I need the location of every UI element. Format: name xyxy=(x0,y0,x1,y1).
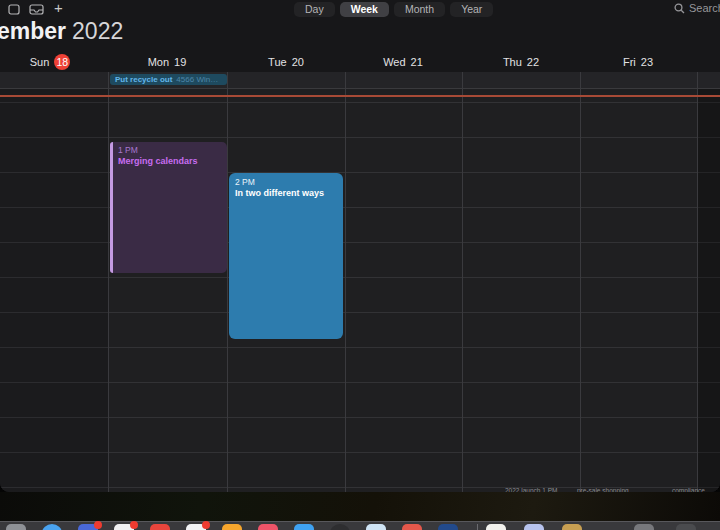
dock-app-icon[interactable] xyxy=(562,524,582,530)
event-time: 2 PM xyxy=(235,177,337,188)
page-title: ember2022 xyxy=(0,18,123,52)
dock-app-icon[interactable] xyxy=(634,524,654,530)
view-switcher: Day Week Month Year xyxy=(294,2,493,17)
add-event-button[interactable]: + xyxy=(54,0,63,17)
calendar-list-icon[interactable] xyxy=(8,4,20,15)
dock-app-icon[interactable] xyxy=(294,524,314,530)
week-day-header: Sun 18 Mon 19 Tue 20 Wed 21 Thu 22 Fri 2… xyxy=(0,52,720,72)
day-name: Sun xyxy=(30,56,50,68)
day-header-wed: Wed 21 xyxy=(343,52,463,72)
dock xyxy=(0,521,720,530)
grid-vline xyxy=(580,72,581,492)
inbox-tray-icon[interactable] xyxy=(29,4,44,15)
notification-badge xyxy=(94,521,102,529)
dock-app-icon[interactable] xyxy=(524,524,544,530)
event-location: 4566 Win… xyxy=(176,75,218,84)
dock-app-icon[interactable] xyxy=(402,524,422,530)
search-field[interactable]: Search xyxy=(674,2,720,14)
title-year: 2022 xyxy=(72,18,123,44)
dock-app-icon[interactable] xyxy=(486,524,506,530)
macos-desktop: + Day Week Month Year Search ember2022 xyxy=(0,0,720,530)
desktop-wallpaper xyxy=(0,492,720,521)
weekend-column-shade xyxy=(698,72,720,492)
tab-month[interactable]: Month xyxy=(394,2,445,17)
day-number: 20 xyxy=(292,56,304,68)
day-number: 19 xyxy=(174,56,186,68)
day-name: Wed xyxy=(383,56,405,68)
day-header-fri: Fri 23 xyxy=(578,52,698,72)
day-name: Tue xyxy=(268,56,287,68)
grid-vline xyxy=(108,72,109,492)
notification-badge xyxy=(130,521,138,529)
search-icon xyxy=(674,3,685,14)
calendar-toolbar: + Day Week Month Year Search xyxy=(0,0,720,18)
event-title: Put recycle out xyxy=(115,75,172,84)
grid-vline xyxy=(462,72,463,492)
current-time-line xyxy=(0,95,720,97)
event-merging-calendars[interactable]: 1 PM Merging calendars xyxy=(110,142,227,273)
dock-app-icon[interactable] xyxy=(438,524,458,530)
day-header-mon: Mon 19 xyxy=(107,52,227,72)
notification-badge xyxy=(202,521,210,529)
dock-app-icon[interactable] xyxy=(330,524,350,530)
dock-app-icon[interactable] xyxy=(150,524,170,530)
tab-week[interactable]: Week xyxy=(340,2,389,17)
event-title: In two different ways xyxy=(235,188,337,199)
dock-app-icon[interactable] xyxy=(258,524,278,530)
dock-app-icon[interactable] xyxy=(6,524,26,530)
day-name: Mon xyxy=(148,56,169,68)
calendar-window: + Day Week Month Year Search ember2022 xyxy=(0,0,720,492)
title-month: ember xyxy=(0,18,66,44)
event-time: 1 PM xyxy=(118,145,222,156)
dock-app-icon[interactable] xyxy=(42,524,62,530)
dock-app-icon[interactable] xyxy=(366,524,386,530)
today-badge: 18 xyxy=(54,54,70,70)
day-header-sun: Sun 18 xyxy=(0,52,110,72)
day-number: 21 xyxy=(411,56,423,68)
dock-divider xyxy=(477,524,478,530)
day-name: Fri xyxy=(623,56,636,68)
dock-app-icon[interactable] xyxy=(114,524,134,530)
grid-vline xyxy=(345,72,346,492)
clipped-event-label[interactable]: compliance xyxy=(672,487,705,492)
dock-app-icon[interactable] xyxy=(222,524,242,530)
grid-vline xyxy=(227,72,228,492)
weekend-column-shade xyxy=(0,72,108,492)
day-number: 22 xyxy=(527,56,539,68)
tab-day[interactable]: Day xyxy=(294,2,335,17)
clipped-event-label[interactable]: 2022 launch 1 PM xyxy=(505,487,557,492)
clipped-event-label[interactable]: pre-sale shopping xyxy=(577,487,629,492)
day-header-thu: Thu 22 xyxy=(461,52,581,72)
day-name: Thu xyxy=(503,56,522,68)
event-in-two-different-ways[interactable]: 2 PM In two different ways xyxy=(229,173,343,339)
tab-year[interactable]: Year xyxy=(450,2,493,17)
dock-app-icon[interactable] xyxy=(78,524,98,530)
search-label: Search xyxy=(689,2,720,14)
week-grid: Put recycle out 4566 Win… 1 PM Merging c… xyxy=(0,72,720,492)
dock-app-icon[interactable] xyxy=(676,524,696,530)
day-header-tue: Tue 20 xyxy=(226,52,346,72)
event-put-recycle-out[interactable]: Put recycle out 4566 Win… xyxy=(110,74,227,85)
dock-app-icon[interactable] xyxy=(186,524,206,530)
grid-vline xyxy=(697,72,698,492)
event-title: Merging calendars xyxy=(118,156,222,167)
day-number: 23 xyxy=(641,56,653,68)
